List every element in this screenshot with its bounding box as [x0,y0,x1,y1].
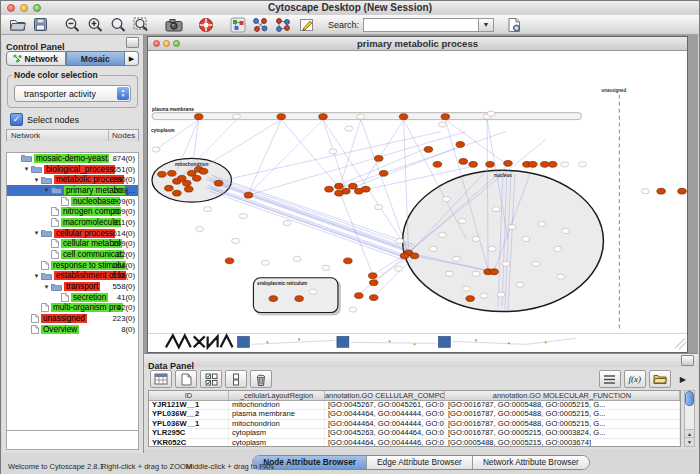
network-node[interactable] [462,286,470,291]
network-node-selected[interactable] [165,185,174,191]
expand-arrow-icon[interactable]: ▼ [42,284,51,290]
network-edge[interactable] [210,179,407,249]
tab-mosaic[interactable]: Mosaic [66,51,126,66]
tabs-overflow-button[interactable]: ▶ [125,51,139,66]
network-node-selected[interactable] [355,293,364,299]
tree-row[interactable]: multi-organism pro42(0) [7,303,138,314]
network-node-selected[interactable] [456,142,465,148]
expand-arrow-icon[interactable]: ▼ [42,187,51,193]
network-node-selected[interactable] [361,186,370,192]
network-node[interactable] [538,221,546,226]
table-scrollbar[interactable]: ▲ ▼ [684,390,695,447]
tree-row[interactable]: cell communicat22(0) [7,249,138,260]
network-node-selected[interactable] [466,296,475,302]
tree-row[interactable]: ▼biological_process651(0) [7,164,138,175]
network-edge[interactable] [248,120,281,194]
network-node-selected[interactable] [199,168,208,174]
network-node[interactable] [557,274,565,279]
network-node[interactable] [641,189,649,194]
tree-row[interactable]: ▼transport558(0) [7,281,138,292]
network-node-selected[interactable] [225,258,234,264]
network-node[interactable] [438,122,446,127]
network-node-selected[interactable] [214,180,223,186]
network-edge[interactable] [248,120,323,195]
float-panel-icon[interactable] [126,37,139,48]
network-node[interactable] [283,220,291,225]
tree-row[interactable]: ▼metabolic process280(0) [7,174,138,185]
network-node-selected[interactable] [269,296,278,302]
zoom-actual-button[interactable] [108,16,129,33]
network-node[interactable] [487,111,495,116]
network-edge[interactable] [206,187,403,257]
network-node-selected[interactable] [410,253,419,259]
network-node-selected[interactable] [424,147,433,153]
help-button[interactable] [195,16,216,33]
network-node[interactable] [375,205,383,210]
maximize-button[interactable] [33,4,41,12]
data-panel-overflow-button[interactable]: ▶ [674,374,692,385]
col-cellular-component[interactable]: annotation.GO CELLULAR_COMPONENT [325,391,445,400]
layout-b-button[interactable] [273,16,294,33]
view-minimize-button[interactable] [163,40,170,47]
network-node-selected[interactable] [192,175,201,181]
open-session-button[interactable] [7,16,28,33]
network-edge[interactable] [210,187,407,257]
network-node-selected[interactable] [319,114,328,120]
node-color-select[interactable]: transporter activity ▲▼ [14,85,131,102]
network-node-selected[interactable] [277,114,286,120]
network-node[interactable] [196,226,204,231]
expand-arrow-icon[interactable]: ▼ [32,177,41,183]
tree-row[interactable]: ▼cellular process614(0) [7,228,138,239]
network-node[interactable] [554,246,562,251]
tree-row[interactable]: cellular metabol209(0) [7,239,138,250]
network-view-titlebar[interactable]: primary metabolic process [148,37,687,51]
network-node[interactable] [232,238,240,243]
network-node[interactable] [293,256,301,261]
network-node-selected[interactable] [490,269,499,275]
network-node[interactable] [579,162,587,167]
vizmapper-button[interactable] [227,16,248,33]
view-maximize-button[interactable] [173,40,180,47]
minimize-button[interactable] [20,4,28,12]
network-node[interactable] [497,292,505,297]
network-node-selected[interactable] [678,188,687,194]
network-node-selected[interactable] [183,180,192,186]
birds-eye-view[interactable] [6,430,139,450]
network-node[interactable] [492,207,500,212]
network-edge[interactable] [197,120,282,172]
network-node[interactable] [204,207,212,212]
network-node-selected[interactable] [486,161,495,167]
network-node-selected[interactable] [374,156,383,162]
select-nodes-checkbox[interactable]: ✓ [10,113,23,126]
network-node-selected[interactable] [168,170,177,176]
network-node[interactable] [516,282,524,287]
network-node[interactable] [349,307,357,312]
zoom-out-button[interactable] [62,16,83,33]
network-node-selected[interactable] [335,190,344,196]
network-node[interactable] [233,114,241,119]
network-edge[interactable] [445,120,508,166]
tree-row[interactable]: response to stimulu264(0) [7,260,138,271]
network-node[interactable] [309,289,317,294]
annotation-button[interactable] [296,16,317,33]
network-node-selected[interactable] [344,258,353,264]
table-row[interactable]: YPL036W__2plasma membrane[GO:0044464, GO… [149,410,680,419]
network-node[interactable] [452,256,460,261]
tree-row[interactable]: unassigned223(0) [7,313,138,324]
network-node-selected[interactable] [399,114,408,120]
import-attributes-button[interactable] [649,370,671,388]
network-node-selected[interactable] [379,170,388,176]
network-node-selected[interactable] [441,114,450,120]
network-node[interactable] [438,232,446,237]
network-node-selected[interactable] [158,171,167,177]
network-node-selected[interactable] [244,192,253,198]
tree-row[interactable]: macromolecule311(0) [7,217,138,228]
network-node-selected[interactable] [433,161,442,167]
network-node-selected[interactable] [548,161,557,167]
network-node-selected[interactable] [295,296,304,302]
search-input[interactable] [363,18,479,32]
network-node-selected[interactable] [459,158,468,164]
tree-row[interactable]: mosaic-demo-yeast874(0) [7,153,138,164]
select-attributes-button[interactable] [200,370,222,388]
network-node-selected[interactable] [657,188,666,194]
